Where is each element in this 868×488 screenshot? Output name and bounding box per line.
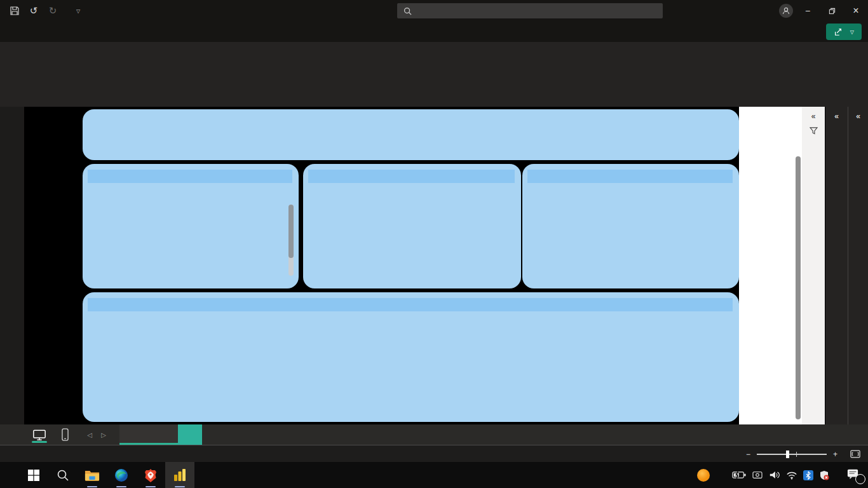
share-button[interactable]: ▽ xyxy=(826,24,862,40)
pie-chart-visual[interactable] xyxy=(303,164,521,288)
column-chart-visual[interactable] xyxy=(522,164,739,288)
chart-title xyxy=(88,170,292,183)
weather-icon[interactable] xyxy=(696,468,711,483)
filter-icon xyxy=(810,127,818,135)
chevron-down-icon[interactable]: ▽ xyxy=(76,8,80,14)
notifications-button[interactable] xyxy=(846,468,863,482)
chart-title xyxy=(88,298,733,311)
next-page-button[interactable]: ▷ xyxy=(97,424,111,445)
chart-title xyxy=(308,170,515,183)
edge-browser-button[interactable] xyxy=(107,462,136,488)
prev-page-button[interactable]: ◁ xyxy=(83,424,97,445)
zoom-out-button[interactable]: − xyxy=(746,450,750,459)
share-icon xyxy=(834,27,843,36)
security-shield-icon[interactable] xyxy=(819,470,829,480)
speaker-icon[interactable] xyxy=(769,470,780,480)
kpi-grid xyxy=(83,109,739,160)
minimize-button[interactable]: − xyxy=(796,0,820,22)
desktop-layout-button[interactable] xyxy=(27,424,52,445)
chart-title xyxy=(527,170,733,183)
bar-chart-visual[interactable] xyxy=(83,164,299,288)
brave-browser-button[interactable] xyxy=(136,462,165,488)
notification-badge xyxy=(855,474,865,484)
workspace xyxy=(24,107,802,424)
view-rail xyxy=(0,107,24,424)
chart-scrollbar[interactable] xyxy=(288,205,294,276)
kpi-card-visual[interactable] xyxy=(83,109,739,160)
page-bar: ◁ ▷ xyxy=(0,424,868,445)
fit-to-page-button[interactable] xyxy=(850,450,860,458)
close-button[interactable]: × xyxy=(844,0,868,22)
mobile-layout-button[interactable] xyxy=(52,424,78,445)
filters-panel[interactable]: « xyxy=(802,107,825,424)
avatar[interactable] xyxy=(779,4,793,18)
taskbar xyxy=(0,462,868,488)
zoom-in-button[interactable]: + xyxy=(833,450,837,459)
save-icon[interactable] xyxy=(5,3,24,19)
expand-icon[interactable]: « xyxy=(848,107,868,121)
wifi-icon[interactable] xyxy=(786,471,797,480)
menu-bar: ▽ xyxy=(0,22,868,42)
status-bar: − + xyxy=(0,445,868,462)
new-page-button[interactable] xyxy=(178,424,202,445)
vertical-scrollbar[interactable] xyxy=(796,156,801,419)
title-bar: ↺ ↻ ▽ − × xyxy=(0,0,868,22)
search-icon xyxy=(403,7,412,15)
expand-icon[interactable]: « xyxy=(802,107,825,121)
area-chart-visual[interactable] xyxy=(83,292,739,422)
restore-button[interactable] xyxy=(820,0,844,22)
display-icon[interactable] xyxy=(752,471,763,480)
report-page xyxy=(24,107,739,424)
redo-icon: ↻ xyxy=(43,3,62,19)
expand-icon[interactable]: « xyxy=(825,107,848,121)
zoom-slider[interactable] xyxy=(757,454,827,455)
visualizations-panel[interactable]: « xyxy=(825,107,848,424)
undo-icon[interactable]: ↺ xyxy=(24,3,43,19)
start-button[interactable] xyxy=(19,462,48,488)
bluetooth-icon[interactable] xyxy=(803,470,813,480)
data-panel[interactable]: « xyxy=(848,107,868,424)
ribbon xyxy=(0,42,868,107)
page-tab[interactable] xyxy=(119,424,178,445)
battery-icon[interactable] xyxy=(732,471,746,479)
search-input[interactable] xyxy=(397,3,663,18)
powerbi-button[interactable] xyxy=(165,462,194,488)
taskbar-search-button[interactable] xyxy=(48,462,78,488)
file-explorer-button[interactable] xyxy=(78,462,107,488)
